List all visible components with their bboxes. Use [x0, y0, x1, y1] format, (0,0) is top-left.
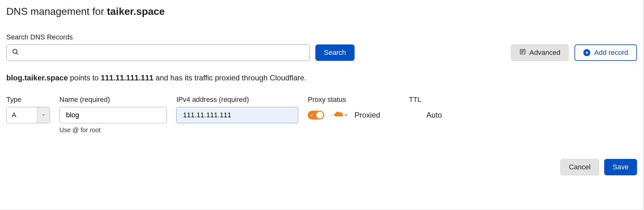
ip-label: IPv4 address (required) — [176, 96, 298, 104]
footer-actions: Cancel Save — [6, 159, 637, 175]
search-input[interactable] — [6, 44, 310, 61]
search-button-label: Search — [324, 49, 346, 57]
form-icon — [519, 49, 526, 57]
type-value: A — [7, 107, 37, 123]
plus-icon: + — [583, 49, 590, 56]
advanced-button[interactable]: Advanced — [511, 44, 569, 61]
top-action-row: Search Advanced + Add record — [6, 44, 637, 61]
name-hint: Use @ for root — [59, 126, 167, 134]
chevron-down-icon — [37, 107, 50, 123]
ip-input[interactable] — [176, 107, 298, 123]
search-label: Search DNS Records — [6, 33, 637, 41]
record-description: blog.taiker.space points to 111.11.111.1… — [6, 73, 637, 82]
type-select[interactable]: A — [6, 107, 50, 123]
cancel-button[interactable]: Cancel — [560, 159, 599, 175]
toggle-knob — [316, 112, 323, 119]
type-column: Type A — [6, 96, 50, 123]
svg-line-1 — [16, 53, 18, 55]
advanced-button-label: Advanced — [530, 49, 561, 57]
name-input[interactable] — [59, 107, 167, 123]
ttl-value: Auto — [409, 107, 459, 123]
cancel-button-label: Cancel — [569, 163, 590, 171]
search-icon — [12, 49, 19, 57]
page-title-domain: taiker.space — [107, 6, 165, 17]
name-column: Name (required) Use @ for root — [59, 96, 167, 134]
save-button[interactable]: Save — [604, 159, 637, 175]
save-button-label: Save — [613, 163, 629, 171]
search-button[interactable]: Search — [315, 44, 355, 61]
proxy-label: Proxy status — [308, 96, 399, 104]
desc-mid2: and has its traffic proxied through Clou… — [154, 73, 307, 82]
proxy-value: Proxied — [355, 111, 380, 120]
ttl-label: TTL — [409, 96, 459, 104]
add-record-button-label: Add record — [594, 49, 628, 57]
desc-ip: 111.11.111.111 — [101, 73, 154, 82]
cloud-icon — [330, 111, 349, 120]
name-label: Name (required) — [59, 96, 167, 104]
add-record-button[interactable]: + Add record — [574, 44, 637, 61]
type-label: Type — [6, 96, 50, 104]
page-title-prefix: DNS management for — [6, 6, 107, 17]
svg-point-0 — [13, 49, 17, 53]
desc-mid1: points to — [68, 73, 101, 82]
ttl-column: TTL Auto — [409, 96, 459, 123]
record-form: Type A Name (required) Use @ for root IP… — [6, 96, 637, 134]
proxy-column: Proxy status ✓ Proxied — [308, 96, 399, 123]
check-icon: ✓ — [310, 113, 313, 118]
proxy-toggle[interactable]: ✓ — [308, 111, 324, 120]
page-title: DNS management for taiker.space — [6, 6, 637, 17]
desc-host: blog.taiker.space — [6, 73, 68, 82]
ip-column: IPv4 address (required) — [176, 96, 298, 123]
search-input-wrap — [6, 44, 310, 61]
